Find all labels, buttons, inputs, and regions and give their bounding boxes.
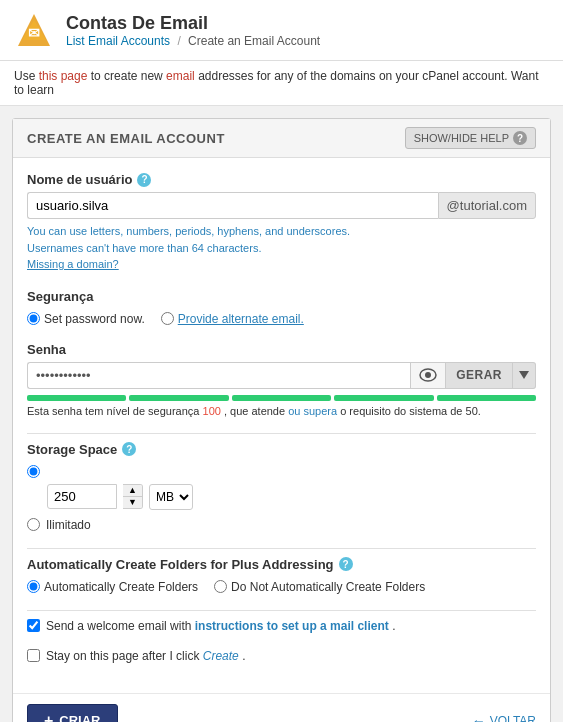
- auto-do-not-radio[interactable]: [214, 580, 227, 593]
- username-hint-line2: Usernames can't have more than 64 charac…: [27, 240, 536, 257]
- strength-text: Esta senha tem nível de segurança 100 , …: [27, 405, 536, 417]
- password-input-group: GERAR: [27, 362, 536, 389]
- svg-text:✉: ✉: [28, 25, 40, 41]
- spinner-up-button[interactable]: ▲: [123, 485, 142, 497]
- strength-text-before: Esta senha tem nível de segurança: [27, 405, 199, 417]
- welcome-email-text2: .: [392, 619, 395, 633]
- welcome-email-bold: instructions to set up a mail client: [195, 619, 389, 633]
- auto-folders-info-icon[interactable]: ?: [339, 557, 353, 571]
- divider-2: [27, 548, 536, 549]
- auto-create-radio[interactable]: [27, 580, 40, 593]
- breadcrumb: List Email Accounts / Create an Email Ac…: [66, 34, 320, 48]
- plus-icon: +: [44, 712, 53, 723]
- storage-unlimited-option[interactable]: Ilimitado: [27, 518, 536, 532]
- stay-page-text2: .: [242, 649, 245, 663]
- username-label: Nome de usuário ?: [27, 172, 536, 187]
- strength-segment-5: [437, 395, 536, 401]
- breadcrumb-separator: /: [177, 34, 180, 48]
- strength-text-after-part1: ou supera: [288, 405, 337, 417]
- password-label: Senha: [27, 342, 536, 357]
- missing-domain-link[interactable]: Missing a domain?: [27, 256, 536, 273]
- storage-custom-radio[interactable]: [27, 465, 40, 478]
- stay-page-link: Create: [203, 649, 239, 663]
- highlight-text: this page: [39, 69, 88, 83]
- panel-body: Nome de usuário ? @tutorial.com You can …: [13, 158, 550, 693]
- storage-unlimited-radio[interactable]: [27, 518, 40, 531]
- username-input[interactable]: [27, 192, 438, 219]
- stay-page-label[interactable]: Stay on this page after I click Create .: [46, 649, 245, 663]
- divider-3: [27, 610, 536, 611]
- storage-section: Storage Space ? ▲ ▼ MB GB Ilimitado: [27, 442, 536, 532]
- create-button[interactable]: + CRIAR: [27, 704, 118, 723]
- generate-button[interactable]: GERAR: [445, 362, 513, 389]
- storage-info-icon[interactable]: ?: [122, 442, 136, 456]
- radio-provide-email-option[interactable]: Provide alternate email.: [161, 312, 304, 326]
- chevron-down-icon: [519, 371, 529, 379]
- spinner-down-button[interactable]: ▼: [123, 497, 142, 508]
- back-button[interactable]: ← VOLTAR: [472, 713, 536, 723]
- strength-segment-2: [129, 395, 228, 401]
- radio-set-password-label: Set password now.: [44, 312, 145, 326]
- panel-title: CREATE AN EMAIL ACCOUNT: [27, 131, 225, 146]
- stay-page-text1: Stay on this page after I click: [46, 649, 199, 663]
- show-hide-label: SHOW/HIDE HELP: [414, 132, 509, 144]
- eye-icon: [419, 368, 437, 382]
- app-icon: ✉: [14, 10, 54, 50]
- radio-set-password[interactable]: [27, 312, 40, 325]
- username-group: Nome de usuário ? @tutorial.com You can …: [27, 172, 536, 273]
- security-section: Segurança Set password now. Provide alte…: [27, 289, 536, 326]
- show-hide-help-button[interactable]: SHOW/HIDE HELP ?: [405, 127, 536, 149]
- breadcrumb-create: Create an Email Account: [188, 34, 320, 48]
- auto-create-label: Automatically Create Folders: [44, 580, 198, 594]
- storage-unit-select[interactable]: MB GB: [149, 484, 193, 510]
- svg-point-4: [425, 372, 431, 378]
- radio-set-password-option[interactable]: Set password now.: [27, 312, 145, 326]
- highlight-email: email: [166, 69, 195, 83]
- storage-number-input[interactable]: [47, 484, 117, 509]
- app-header: ✉ Contas De Email List Email Accounts / …: [0, 0, 563, 61]
- strength-value: 100: [203, 405, 221, 417]
- password-toggle-button[interactable]: [410, 362, 445, 389]
- strength-segment-4: [334, 395, 433, 401]
- stay-page-section: Stay on this page after I click Create .: [27, 649, 536, 663]
- back-arrow-icon: ←: [472, 713, 486, 723]
- app-title: Contas De Email: [66, 13, 320, 34]
- stay-page-checkbox[interactable]: [27, 649, 40, 662]
- radio-provide-email-label: Provide alternate email.: [178, 312, 304, 326]
- auto-folders-label: Automatically Create Folders for Plus Ad…: [27, 557, 536, 572]
- main-panel: CREATE AN EMAIL ACCOUNT SHOW/HIDE HELP ?…: [12, 118, 551, 722]
- auto-do-not-option[interactable]: Do Not Automatically Create Folders: [214, 580, 425, 594]
- auto-folders-section: Automatically Create Folders for Plus Ad…: [27, 557, 536, 594]
- auto-folders-radio-group: Automatically Create Folders Do Not Auto…: [27, 580, 536, 594]
- security-radio-group: Set password now. Provide alternate emai…: [27, 312, 536, 326]
- breadcrumb-list-link[interactable]: List Email Accounts: [66, 34, 170, 48]
- strength-segment-3: [232, 395, 331, 401]
- auto-create-option[interactable]: Automatically Create Folders: [27, 580, 198, 594]
- auto-do-not-label: Do Not Automatically Create Folders: [231, 580, 425, 594]
- storage-unlimited-label: Ilimitado: [46, 518, 91, 532]
- welcome-email-text1: Send a welcome email with: [46, 619, 191, 633]
- panel-header: CREATE AN EMAIL ACCOUNT SHOW/HIDE HELP ?: [13, 119, 550, 158]
- welcome-email-checkbox[interactable]: [27, 619, 40, 632]
- generate-dropdown-button[interactable]: [513, 362, 536, 389]
- storage-spinner: ▲ ▼: [123, 484, 143, 509]
- strength-segment-1: [27, 395, 126, 401]
- password-input[interactable]: [27, 362, 410, 389]
- app-header-text: Contas De Email List Email Accounts / Cr…: [66, 13, 320, 48]
- welcome-email-section: Send a welcome email with instructions t…: [27, 619, 536, 633]
- password-group: Senha GERAR: [27, 342, 536, 417]
- radio-provide-email[interactable]: [161, 312, 174, 325]
- username-hint: You can use letters, numbers, periods, h…: [27, 223, 536, 273]
- password-strength-bar: [27, 395, 536, 401]
- security-label: Segurança: [27, 289, 536, 304]
- username-info-icon[interactable]: ?: [137, 173, 151, 187]
- welcome-email-label[interactable]: Send a welcome email with instructions t…: [46, 619, 395, 633]
- page-description: Use this page to create new email addres…: [0, 61, 563, 106]
- back-button-label: VOLTAR: [490, 714, 536, 723]
- storage-label: Storage Space ?: [27, 442, 536, 457]
- panel-footer: + CRIAR ← VOLTAR: [13, 693, 550, 723]
- divider-1: [27, 433, 536, 434]
- domain-suffix: @tutorial.com: [438, 192, 536, 219]
- username-hint-line1: You can use letters, numbers, periods, h…: [27, 223, 536, 240]
- username-input-group: @tutorial.com: [27, 192, 536, 219]
